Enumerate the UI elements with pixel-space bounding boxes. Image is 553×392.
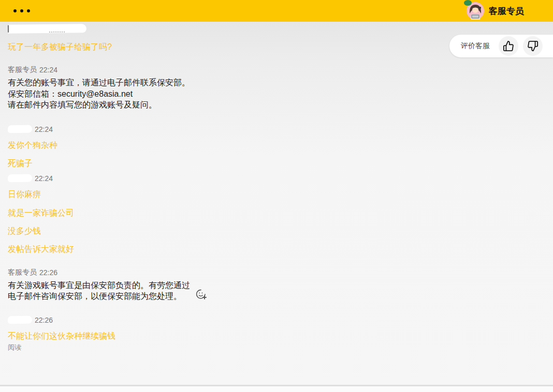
message-time: 22:24 [35, 174, 53, 183]
top-bar: 客服专员 [0, 0, 553, 22]
redaction-blob [8, 174, 32, 183]
thumb-down-icon [527, 40, 539, 52]
user-message-header: 22:24 [8, 174, 553, 183]
thumb-up-icon [503, 40, 514, 52]
user-message-group: 22:26 不能让你们这伙杂种继续骗钱 阅读 [8, 315, 553, 352]
smiley-plus-icon [194, 288, 208, 301]
user-message: 死骗子 [8, 158, 553, 169]
user-message: 发帖告诉大家就好 [8, 244, 553, 254]
composer-divider [0, 385, 553, 392]
more-menu-button[interactable] [12, 6, 31, 16]
user-message-group: 22:24 发你个狗杂种 死骗子 [8, 125, 553, 169]
avatar [467, 2, 484, 20]
user-message: 没多少钱 [8, 226, 553, 236]
agent-message-group: 客服专员 22:24 有关您的账号事宜，请通过电子邮件联系保安部。 保安部信箱：… [8, 65, 553, 111]
agent-name: 客服专员 [8, 268, 37, 277]
message-time: 22:24 [39, 66, 57, 74]
agent-message-header: 客服专员 22:26 [8, 268, 553, 277]
ellipsis-icon [27, 9, 30, 12]
user-message: 不能让你们这伙杂种继续骗钱 [8, 331, 553, 341]
agent-message: 有关您的账号事宜，请通过电子邮件联系保安部。 保安部信箱：security@e8… [8, 77, 193, 111]
agent-name: 客服专员 [8, 65, 37, 74]
user-message: 就是一家诈骗公司 [8, 208, 553, 218]
agent-message-line: 保安部信箱：security@e8asia.net [8, 88, 193, 100]
agent-message-line: 有关您的账号事宜，请通过电子邮件联系保安部。 [8, 77, 193, 88]
online-status-dot [464, 0, 472, 6]
user-message: 日你麻痹 [8, 189, 553, 200]
agent-message-header: 客服专员 22:24 [8, 65, 553, 74]
thumb-up-button[interactable] [499, 36, 518, 56]
agent-title: 客服专员 [489, 5, 524, 17]
agent-message: 有关游戏账号事宜是由保安部负责的。有劳您通过电子邮件咨询保安部，以便保安部能为您… [8, 280, 193, 302]
ellipsis-icon [13, 9, 17, 12]
redacted-message-header [8, 24, 553, 33]
user-message-header: 22:26 [8, 315, 553, 325]
rating-label: 评价客服 [461, 41, 490, 51]
agent-message-group: 客服专员 22:26 有关游戏账号事宜是由保安部负责的。有劳您通过电子邮件咨询保… [8, 268, 553, 302]
rating-widget: 评价客服 [449, 35, 553, 57]
redaction-blob [8, 24, 86, 34]
user-message: 发你个狗杂种 [8, 140, 553, 150]
user-message-group: 22:24 日你麻痹 就是一家诈骗公司 没多少钱 发帖告诉大家就好 [8, 174, 553, 254]
user-message-header: 22:24 [8, 125, 553, 134]
message-time: 22:26 [35, 316, 53, 324]
add-reaction-button[interactable] [194, 288, 208, 301]
agent-identity: 客服专员 [467, 2, 524, 20]
thumb-down-button[interactable] [523, 36, 543, 56]
agent-message-line: 请在邮件内容填写您的游戏账号及疑问。 [8, 99, 193, 111]
message-time: 22:24 [35, 125, 53, 133]
redaction-blob [8, 125, 32, 133]
redaction-blob [8, 316, 32, 324]
chat-scroll-area[interactable]: 玩了一年多被骗子给骗了吗? 客服专员 22:24 有关您的账号事宜，请通过电子邮… [0, 22, 553, 385]
message-time: 22:26 [39, 268, 57, 277]
ellipsis-icon [20, 9, 23, 12]
read-receipt: 阅读 [8, 343, 553, 352]
